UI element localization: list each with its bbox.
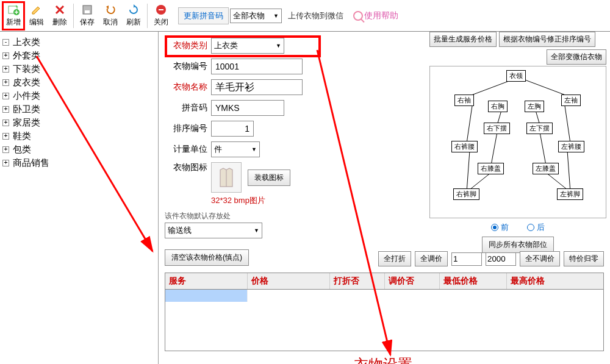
- selected-cell[interactable]: [165, 290, 248, 302]
- icon-label: 衣物图标: [165, 162, 207, 173]
- tree-item[interactable]: -上衣类: [2, 35, 156, 49]
- svg-rect-3: [85, 10, 90, 13]
- svg-line-13: [467, 102, 473, 143]
- delete-button[interactable]: 删除: [49, 2, 71, 30]
- front-radio[interactable]: 前: [491, 222, 509, 233]
- svg-line-14: [564, 102, 570, 143]
- pencil-icon: [30, 4, 43, 16]
- svg-line-16: [540, 132, 546, 165]
- table-header: 服务 价格 打折否 调价否 最低价格 最高价格: [165, 273, 603, 290]
- table-body[interactable]: [165, 290, 603, 351]
- close-button[interactable]: 关闭: [150, 2, 172, 30]
- sort-input[interactable]: [211, 121, 254, 137]
- th-discount: 打折否: [330, 273, 385, 289]
- th-max: 最高价格: [507, 273, 603, 289]
- no-adjust-button[interactable]: 全不调价: [520, 251, 560, 266]
- sync-parts-button[interactable]: 同步所有衣物部位: [482, 237, 554, 253]
- dg-rhem[interactable]: 右下摆: [484, 123, 510, 134]
- code-input[interactable]: [211, 59, 303, 74]
- new-label: 新增: [6, 17, 21, 27]
- all-wechat-button[interactable]: 全部变微信衣物: [547, 49, 606, 65]
- dg-rsleeve[interactable]: 右袖: [454, 95, 474, 106]
- table-row[interactable]: [165, 290, 603, 303]
- new-button[interactable]: 新增: [2, 2, 24, 30]
- clear-price-button[interactable]: 清空该衣物价格(慎点): [165, 249, 249, 266]
- th-service: 服务: [165, 273, 248, 289]
- dg-lfoot[interactable]: 左裤脚: [557, 188, 583, 200]
- adjust-val2-input[interactable]: [486, 252, 516, 266]
- dg-rwaist[interactable]: 右裤腰: [451, 141, 478, 152]
- dg-lsleeve[interactable]: 左袖: [561, 95, 581, 106]
- content-area: 衣物类别 上衣类▼ 衣物编号 衣物名称 拼音码 排序编号 计量单位 件▼: [159, 32, 610, 364]
- expand-icon[interactable]: +: [2, 52, 9, 59]
- adjust-val1-input[interactable]: [451, 252, 482, 266]
- tree-item[interactable]: +家居类: [2, 116, 156, 129]
- category-label: 衣物类别: [165, 40, 207, 51]
- dg-lhem[interactable]: 左下摆: [526, 123, 553, 134]
- dg-rknee[interactable]: 右膝盖: [478, 163, 504, 174]
- all-discount-button[interactable]: 全打折: [378, 251, 411, 266]
- refresh-icon: [127, 4, 140, 16]
- tree-item[interactable]: +包类: [2, 143, 156, 156]
- expand-icon[interactable]: +: [2, 79, 9, 86]
- delete-label: 删除: [52, 17, 67, 27]
- tree-item[interactable]: +外套类: [2, 49, 156, 62]
- help-button[interactable]: 使用帮助: [353, 10, 398, 21]
- update-pinyin-button[interactable]: 更新拼音码: [178, 7, 229, 24]
- expand-icon[interactable]: +: [2, 160, 9, 166]
- storage-select[interactable]: 输送线▼: [165, 223, 262, 238]
- batch-price-button[interactable]: 批量生成服务价格: [429, 32, 497, 47]
- edit-button[interactable]: 编辑: [26, 2, 48, 30]
- dg-lchest[interactable]: 左胸: [525, 101, 544, 112]
- undo-icon: [104, 4, 117, 16]
- expand-icon[interactable]: +: [2, 106, 9, 113]
- back-radio[interactable]: 后: [527, 222, 545, 233]
- unit-select[interactable]: 件▼: [211, 141, 260, 157]
- tree-item[interactable]: +商品销售: [2, 156, 156, 170]
- upload-wechat-button[interactable]: 上传衣物到微信: [283, 8, 348, 24]
- dg-rfoot[interactable]: 右裤脚: [453, 188, 479, 200]
- expand-icon[interactable]: +: [2, 133, 9, 140]
- tree-item[interactable]: +鞋类: [2, 129, 156, 143]
- expand-icon[interactable]: +: [2, 120, 9, 126]
- name-label: 衣物名称: [165, 82, 207, 93]
- dg-rchest[interactable]: 右胸: [488, 101, 508, 112]
- radio-icon: [491, 224, 498, 231]
- expand-icon[interactable]: +: [2, 66, 9, 73]
- special-reset-button[interactable]: 特价归零: [564, 251, 604, 266]
- disk-icon: [81, 4, 93, 16]
- pinyin-input[interactable]: [211, 100, 284, 116]
- cancel-button[interactable]: 取消: [99, 2, 121, 30]
- expand-icon[interactable]: -: [2, 39, 9, 46]
- tree-item[interactable]: +下装类: [2, 62, 156, 76]
- chevron-down-icon: ▼: [251, 146, 257, 152]
- tree-item[interactable]: +小件类: [2, 89, 156, 102]
- expand-icon[interactable]: +: [2, 146, 9, 153]
- svg-line-17: [467, 151, 470, 192]
- sort-label: 排序编号: [165, 123, 207, 134]
- body-diagram: 衣领 右袖 左袖 右胸 左胸 右下摆 左下摆 右裤腰 左裤腰 右膝盖 左膝盖 右…: [429, 66, 606, 218]
- fix-sort-button[interactable]: 根据衣物编号修正排序编号: [499, 32, 595, 47]
- dg-lwaist[interactable]: 左裤腰: [558, 141, 584, 152]
- tree-item[interactable]: +卧卫类: [2, 102, 156, 116]
- expand-icon[interactable]: +: [2, 93, 9, 99]
- category-tree: -上衣类 +外套类 +下装类 +皮衣类 +小件类 +卧卫类 +家居类 +鞋类 +…: [0, 32, 159, 364]
- refresh-button[interactable]: 刷新: [123, 2, 145, 30]
- save-label: 保存: [80, 17, 95, 27]
- svg-line-15: [491, 132, 497, 165]
- save-button[interactable]: 保存: [76, 2, 98, 30]
- x-icon: [54, 4, 66, 16]
- chevron-down-icon: ▼: [276, 43, 281, 49]
- dg-collar[interactable]: 衣领: [506, 70, 526, 82]
- all-clothes-dropdown[interactable]: 全部衣物▼: [230, 9, 282, 23]
- dg-lknee[interactable]: 左膝盖: [533, 163, 559, 174]
- help-label: 使用帮助: [364, 10, 398, 21]
- category-select[interactable]: 上衣类▼: [211, 38, 284, 54]
- all-adjust-button[interactable]: 全调价: [415, 251, 448, 266]
- close-label: 关闭: [154, 17, 168, 27]
- name-input[interactable]: [211, 79, 303, 95]
- chevron-down-icon: ▼: [273, 13, 279, 19]
- svg-line-18: [567, 151, 570, 192]
- load-icon-button[interactable]: 装载图标: [248, 170, 290, 186]
- tree-item[interactable]: +皮衣类: [2, 76, 156, 89]
